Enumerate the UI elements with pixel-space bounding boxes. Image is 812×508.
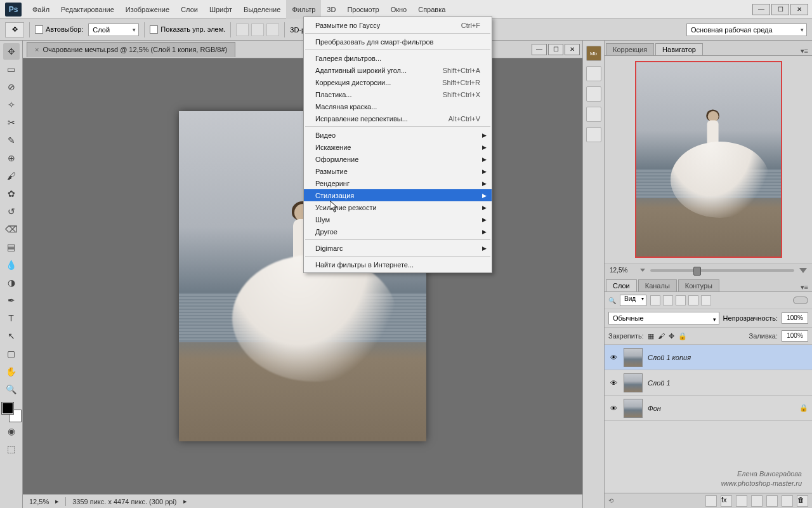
tab-corrections[interactable]: Коррекция xyxy=(606,43,654,55)
panel-icon-3[interactable] xyxy=(586,107,601,122)
autoselect-target-select[interactable]: Слой xyxy=(88,23,139,36)
filter-menu-item[interactable]: Digimarc▶ xyxy=(304,242,492,254)
doc-minimize[interactable]: — xyxy=(532,44,547,55)
path-selection-tool[interactable]: ↖ xyxy=(3,328,20,344)
filter-menu-item[interactable]: Искажение▶ xyxy=(304,141,492,153)
layer-mask-icon[interactable] xyxy=(736,495,747,507)
tab-layers[interactable]: Слои xyxy=(606,279,637,291)
hand-tool[interactable]: ✋ xyxy=(3,363,20,380)
filter-pixel-icon[interactable] xyxy=(650,295,660,305)
filter-menu-item[interactable]: Усиление резкости▶ xyxy=(304,201,492,213)
layer-kind-select[interactable]: Вид xyxy=(620,295,646,306)
lock-all-icon[interactable]: 🔒 xyxy=(678,332,687,340)
workspace-select[interactable]: Основная рабочая среда xyxy=(686,23,807,36)
status-zoom[interactable]: 12,5% xyxy=(29,498,49,505)
menu-layers[interactable]: Слои xyxy=(175,0,204,19)
filter-menu-item[interactable]: Рендеринг▶ xyxy=(304,177,492,189)
visibility-icon[interactable]: 👁 xyxy=(608,403,619,413)
tab-navigator[interactable]: Навигатор xyxy=(655,43,703,55)
canvas-area[interactable] xyxy=(23,58,582,494)
filter-shape-icon[interactable] xyxy=(688,295,698,305)
layers-panel-menu-icon[interactable]: ▾≡ xyxy=(797,283,812,291)
clone-stamp-tool[interactable]: ✿ xyxy=(3,185,20,202)
zoom-in-icon[interactable] xyxy=(799,268,807,273)
filter-menu-item[interactable]: Другое▶ xyxy=(304,225,492,237)
layer-name[interactable]: Фон xyxy=(648,404,661,412)
adjustment-layer-icon[interactable] xyxy=(751,495,763,507)
lock-transparency-icon[interactable]: ▦ xyxy=(648,332,654,340)
menu-image[interactable]: Изображение xyxy=(120,0,175,19)
filter-menu-item[interactable]: Масляная краска... xyxy=(304,100,492,112)
shape-tool[interactable]: ▢ xyxy=(3,345,20,362)
zoom-out-icon[interactable] xyxy=(640,269,645,272)
filter-menu-item[interactable]: Коррекция дисторсии...Shift+Ctrl+R xyxy=(304,76,492,88)
visibility-icon[interactable]: 👁 xyxy=(608,378,619,388)
blur-tool[interactable]: 💧 xyxy=(3,257,20,273)
quickmask-toggle[interactable]: ◉ xyxy=(3,423,20,439)
move-tool[interactable]: ✥ xyxy=(3,43,20,60)
menu-type[interactable]: Шрифт xyxy=(204,0,238,19)
mb-panel-icon[interactable]: Mb xyxy=(586,46,601,61)
layer-name[interactable]: Слой 1 xyxy=(648,379,671,387)
menu-edit[interactable]: Редактирование xyxy=(55,0,120,19)
lock-position-icon[interactable]: ✥ xyxy=(669,332,674,340)
layer-style-icon[interactable]: fx xyxy=(721,495,732,507)
layer-row[interactable]: 👁 Фон 🔒 xyxy=(605,396,812,421)
fill-field[interactable]: 100% xyxy=(782,330,808,342)
filter-menu-item[interactable]: Исправление перспективы...Alt+Ctrl+V xyxy=(304,112,492,124)
filter-menu-item[interactable]: Пластика...Shift+Ctrl+X xyxy=(304,88,492,100)
crop-tool[interactable]: ✂ xyxy=(3,114,20,131)
link-layers-icon[interactable] xyxy=(705,495,717,507)
filter-menu-item[interactable]: Шум▶ xyxy=(304,213,492,225)
panel-icon-4[interactable] xyxy=(586,127,601,142)
move-tool-icon[interactable]: ✥ xyxy=(5,22,24,37)
filter-smart-icon[interactable] xyxy=(701,295,711,305)
show-transform-controls-checkbox[interactable]: Показать упр. элем. xyxy=(150,25,225,34)
minimize-button[interactable]: — xyxy=(752,4,770,15)
pen-tool[interactable]: ✒ xyxy=(3,292,20,309)
group-icon[interactable] xyxy=(766,495,778,507)
screenmode-toggle[interactable]: ⬚ xyxy=(3,441,20,457)
layer-name[interactable]: Слой 1 копия xyxy=(648,354,691,361)
healing-brush-tool[interactable]: ⊕ xyxy=(3,150,20,166)
dodge-tool[interactable]: ◑ xyxy=(3,274,20,291)
filter-type-icon[interactable] xyxy=(676,295,686,305)
filter-adjustment-icon[interactable] xyxy=(663,295,673,305)
align-icons[interactable] xyxy=(236,23,279,36)
blend-mode-select[interactable]: Обычные xyxy=(608,312,719,324)
layer-row[interactable]: 👁 Слой 1 копия xyxy=(605,345,812,370)
opacity-field[interactable]: 100% xyxy=(782,312,808,324)
menu-file[interactable]: Файл xyxy=(27,0,55,19)
filter-menu-item[interactable]: Преобразовать для смарт-фильтров xyxy=(304,36,492,48)
panel-menu-icon[interactable]: ▾≡ xyxy=(797,47,812,55)
menu-select[interactable]: Выделение xyxy=(238,0,286,19)
new-layer-icon[interactable] xyxy=(782,495,793,507)
layer-thumbnail[interactable] xyxy=(624,373,643,392)
filter-menu-item[interactable]: Галерея фильтров... xyxy=(304,52,492,64)
brush-tool[interactable]: 🖌 xyxy=(3,168,20,184)
filter-menu-item[interactable]: Размытие▶ xyxy=(304,165,492,177)
magic-wand-tool[interactable]: ✧ xyxy=(3,97,20,113)
document-tab[interactable]: × Очарование мечты.psd @ 12,5% (Слой 1 к… xyxy=(27,42,235,57)
filter-toggle[interactable] xyxy=(793,297,808,304)
filter-menu-item[interactable]: Найти фильтры в Интернете... xyxy=(304,258,492,271)
eyedropper-tool[interactable]: ✎ xyxy=(3,132,20,149)
lock-pixels-icon[interactable]: 🖌 xyxy=(658,332,665,340)
color-swatches[interactable] xyxy=(2,403,21,422)
close-button[interactable]: ✕ xyxy=(790,4,808,15)
eraser-tool[interactable]: ⌫ xyxy=(3,221,20,237)
maximize-button[interactable]: ☐ xyxy=(771,4,789,15)
doc-close[interactable]: ✕ xyxy=(565,44,580,55)
tab-paths[interactable]: Контуры xyxy=(678,279,719,291)
panel-icon-2[interactable] xyxy=(586,86,601,102)
layer-thumbnail[interactable] xyxy=(624,399,643,418)
gradient-tool[interactable]: ▤ xyxy=(3,239,20,255)
autoselect-checkbox[interactable]: Автовыбор: xyxy=(35,25,83,34)
zoom-tool[interactable]: 🔍 xyxy=(3,381,20,398)
layer-row[interactable]: 👁 Слой 1 xyxy=(605,370,812,396)
filter-menu-item[interactable]: Адаптивный широкий угол...Shift+Ctrl+A xyxy=(304,64,492,76)
filter-menu-item[interactable]: Размытие по ГауссуCtrl+F xyxy=(304,19,492,31)
layer-thumbnail[interactable] xyxy=(624,348,643,367)
doc-close-x[interactable]: × xyxy=(35,42,39,57)
marquee-tool[interactable]: ▭ xyxy=(3,61,20,77)
